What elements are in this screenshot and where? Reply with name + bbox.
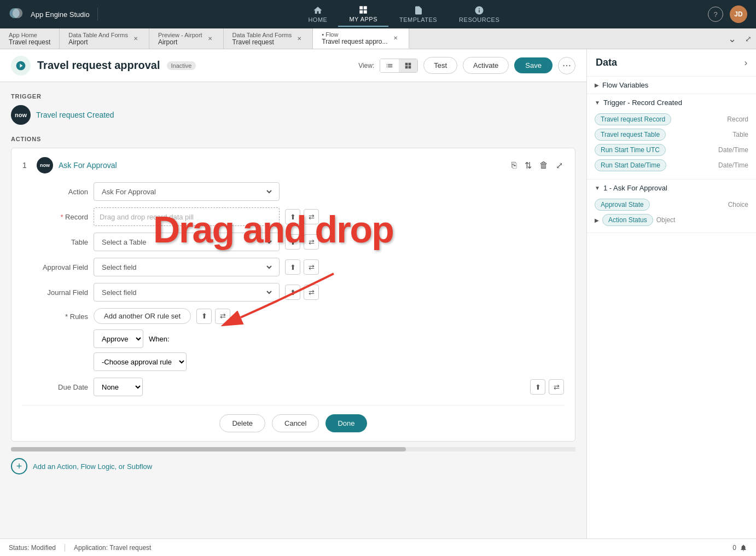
record-pill-input[interactable]: Drag and drop record data pill — [94, 207, 280, 226]
run-start-time-utc-type: Date/Time — [718, 146, 748, 154]
table-upload-btn[interactable]: ⬆ — [285, 234, 300, 250]
travel-request-table-pill[interactable]: Travel request Table — [595, 129, 666, 141]
rules-action-btns: ⬆ ⇄ — [196, 309, 230, 324]
action-select-dropdown[interactable]: Ask For Approval — [100, 185, 274, 198]
nav-myapps[interactable]: MY APPS — [338, 2, 388, 27]
journal-field-select[interactable]: Select field — [94, 283, 280, 302]
status-application: Application: Travel request — [74, 544, 151, 552]
approve-select[interactable]: Approve — [94, 329, 143, 348]
ask-approval-header[interactable]: ▼ 1 - Ask For Approval — [587, 179, 756, 196]
user-avatar[interactable]: JD — [730, 5, 747, 23]
now-logo — [9, 8, 26, 21]
nav-home-label: HOME — [308, 16, 327, 23]
record-upload-btn[interactable]: ⬆ — [285, 209, 300, 224]
panel-section-flow-variables: ▶ Flow Variables — [587, 77, 756, 94]
action-title-link[interactable]: Ask For Approval — [59, 161, 117, 170]
trigger-link[interactable]: Travel request Created — [36, 111, 114, 119]
action-status-expand-icon[interactable]: ▶ — [595, 217, 599, 223]
flow-variables-header[interactable]: ▶ Flow Variables — [587, 77, 756, 94]
approval-action-btns: ⬆ ⇄ — [285, 259, 319, 275]
approval-state-item: Approval State Choice — [595, 199, 748, 211]
panel-chevron-icon[interactable]: › — [745, 58, 747, 68]
flow-variables-label: Flow Variables — [602, 81, 648, 89]
move-icon[interactable]: ⇅ — [524, 159, 533, 172]
status-right: 0 — [732, 544, 747, 552]
record-field-row: Record Drag and drop record data pill ⬆ … — [22, 207, 564, 226]
test-button[interactable]: Test — [423, 57, 457, 74]
delete-icon[interactable]: 🗑 — [538, 159, 549, 172]
run-start-datetime-pill[interactable]: Run Start Date/Time — [595, 159, 666, 171]
record-action-btns: ⬆ ⇄ — [285, 209, 319, 224]
table-label: Table — [22, 238, 88, 246]
table-action-btns: ⬆ ⇄ — [285, 234, 319, 250]
journal-field-row: Journal Field Select field ⬆ ⇄ — [22, 283, 564, 302]
tab-dtt-close[interactable]: ✕ — [295, 34, 304, 43]
tab-flow-travel[interactable]: • Flow Travel request appro... ✕ — [313, 28, 409, 49]
right-panel: Data › ▶ Flow Variables ▼ Trigger - Reco… — [586, 49, 756, 538]
action-status-pill[interactable]: Action Status — [602, 214, 653, 226]
nav-resources[interactable]: RESOURCES — [448, 2, 510, 26]
action-field-row: Action Ask For Approval — [22, 182, 564, 201]
view-btn-list[interactable] — [380, 59, 399, 72]
table-select[interactable]: Select a Table — [94, 233, 280, 251]
status-divider — [65, 544, 65, 552]
cancel-button[interactable]: Cancel — [272, 414, 319, 432]
add-action-row[interactable]: + Add an Action, Flow Logic, or Subflow — [11, 451, 575, 481]
tab-app-home[interactable]: App Home Travel request — [0, 28, 60, 49]
expand-icon[interactable]: ⤢ — [555, 159, 564, 172]
delete-button[interactable]: Delete — [219, 414, 265, 432]
tab-expand-button[interactable]: ⤢ — [741, 34, 756, 43]
status-modified: Status: Modified — [9, 544, 56, 552]
nav-home[interactable]: HOME — [297, 2, 338, 26]
save-button[interactable]: Save — [514, 57, 553, 73]
journal-field-dropdown[interactable]: Select field — [100, 286, 274, 299]
due-date-select[interactable]: None — [94, 378, 143, 396]
tab-dtt-title: Data Table And Forms — [232, 32, 292, 38]
more-options-button[interactable]: ⋯ — [558, 57, 575, 74]
tab-data-table-airport[interactable]: Data Table And Forms Airport ✕ — [60, 28, 149, 49]
nav-myapps-label: MY APPS — [349, 16, 377, 22]
record-crossref-btn[interactable]: ⇄ — [304, 209, 319, 224]
due-crossref-btn[interactable]: ⇄ — [549, 379, 564, 395]
add-or-rule-button[interactable]: Add another OR rule set — [94, 308, 191, 324]
activate-button[interactable]: Activate — [463, 57, 509, 74]
svg-point-1 — [13, 8, 22, 18]
action-label: Action — [22, 188, 88, 196]
action-now-icon: now — [37, 157, 53, 173]
tab-flow-close[interactable]: ✕ — [391, 34, 400, 43]
help-button[interactable]: ? — [708, 7, 723, 22]
approval-field-select[interactable]: Select field — [94, 258, 280, 276]
tab-preview-airport[interactable]: Preview - Airport Airport ✕ — [149, 28, 224, 49]
copy-icon[interactable]: ⎘ — [510, 159, 518, 172]
journal-upload-btn[interactable]: ⬆ — [285, 285, 300, 300]
due-date-label: Due Date — [22, 383, 88, 391]
tab-data-table-travel[interactable]: Data Table And Forms Travel request ✕ — [224, 28, 313, 49]
travel-request-record-pill[interactable]: Travel request Record — [595, 113, 671, 125]
table-crossref-btn[interactable]: ⇄ — [304, 234, 319, 250]
tab-dta-close[interactable]: ✕ — [131, 34, 140, 43]
tab-overflow-button[interactable]: ⌄ — [724, 33, 741, 45]
tab-flow-subtitle: Travel request appro... — [322, 38, 387, 45]
approval-field-dropdown[interactable]: Select field — [100, 260, 274, 274]
action-select[interactable]: Ask For Approval — [94, 182, 280, 201]
approval-state-pill[interactable]: Approval State — [595, 199, 650, 211]
done-button[interactable]: Done — [325, 414, 367, 432]
approval-crossref-btn[interactable]: ⇄ — [304, 259, 319, 275]
panel-header: Data › — [587, 49, 756, 77]
rules-crossref-btn[interactable]: ⇄ — [215, 309, 230, 324]
horizontal-scrollbar[interactable] — [11, 447, 575, 451]
approval-upload-btn[interactable]: ⬆ — [285, 259, 300, 275]
choose-rule-select[interactable]: -Choose approval rule — [94, 352, 187, 371]
approve-row: Approve When: — [94, 329, 564, 348]
journal-crossref-btn[interactable]: ⇄ — [304, 285, 319, 300]
flow-icon — [11, 56, 31, 76]
tab-preview-close[interactable]: ✕ — [206, 34, 214, 43]
due-upload-btn[interactable]: ⬆ — [530, 379, 545, 395]
table-field-row: Table Select a Table ⬆ ⇄ — [22, 233, 564, 251]
run-start-time-utc-pill[interactable]: Run Start Time UTC — [595, 144, 666, 156]
nav-templates[interactable]: TEMPLATES — [388, 2, 448, 26]
trigger-record-header[interactable]: ▼ Trigger - Record Created — [587, 94, 756, 111]
rules-upload-btn[interactable]: ⬆ — [196, 309, 212, 324]
view-btn-grid[interactable] — [399, 59, 417, 72]
table-select-dropdown[interactable]: Select a Table — [100, 235, 274, 248]
